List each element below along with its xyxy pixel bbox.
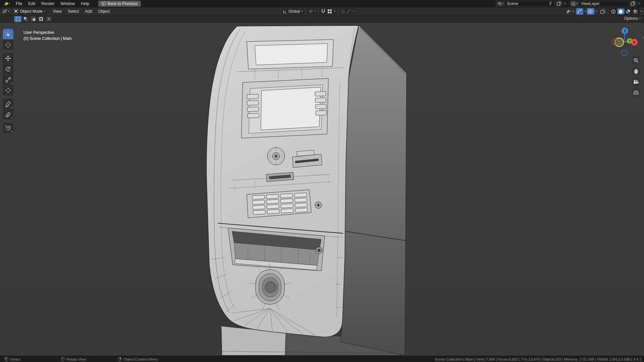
viewport-overlay-text: User Perspective (0) Scene Collection | … [23,29,72,42]
new-scene-button[interactable] [555,1,562,7]
menu-add[interactable]: Add [82,8,95,15]
menu-render[interactable]: Render [38,0,57,7]
xray-icon [600,9,605,14]
navigation-gizmo[interactable]: Z Y X [608,25,642,59]
remove-viewlayer-button[interactable]: ✕ [637,1,642,6]
viewport-canvas[interactable]: User Perspective (0) Scene Collection | … [0,23,644,356]
scene-browse-button[interactable]: ▾ [496,1,504,7]
mode-dropdown[interactable]: Object Mode ▾ [11,8,48,15]
viewlayer-name-field[interactable]: ViewLayer [579,1,629,7]
topbar: ▾ File Edit Render Window Help Back to P… [0,0,644,7]
proportional-edit-group: ▾ [339,8,356,15]
viewlayer-selector: ▾ ViewLayer ✕ [570,1,642,7]
view-perspective-label: User Perspective [23,29,72,36]
menu-window[interactable]: Window [57,0,78,7]
menu-view[interactable]: View [50,8,65,15]
scene-selector: ▾ Scene ✕ [496,1,568,7]
new-viewlayer-button[interactable] [630,1,637,7]
falloff-curve-icon[interactable] [346,9,351,14]
shading-wireframe-button[interactable] [610,8,617,14]
shading-dropdown-chevron[interactable]: ▾ [641,10,642,13]
mouse-left-icon [5,357,8,362]
tool-select-box[interactable] [3,29,13,39]
gizmos-toggle[interactable] [576,8,583,15]
tool-annotate[interactable] [3,99,13,109]
show-object-types-dropdown[interactable]: ▾ [565,8,575,15]
svg-text:Y: Y [629,39,631,43]
scene-icon [497,1,502,6]
editor-3d-viewport-icon [2,9,7,14]
camera-view-button[interactable] [631,77,641,86]
snap-target-icon[interactable] [327,9,332,14]
shading-rendered-button[interactable] [632,8,639,14]
overlays-dropdown-chevron[interactable]: ▾ [595,10,597,13]
select-mode-group [14,16,52,22]
tool-transform[interactable] [3,85,13,96]
pan-button[interactable] [631,66,641,76]
tool-settings-bar: Options ▾ [0,15,644,23]
unlink-scene-button[interactable]: ✕ [562,1,568,6]
orthographic-toggle-button[interactable] [631,88,641,97]
select-mode-invert[interactable] [37,16,45,22]
tool-move[interactable] [3,53,13,63]
transform-orientation-dropdown[interactable]: Global ▾ [280,8,305,15]
gizmo-axis-neg-z[interactable] [622,50,628,56]
viewlayer-icon [571,2,576,6]
falloff-dropdown-chevron[interactable]: ▾ [353,10,354,13]
menu-edit[interactable]: Edit [25,0,38,7]
hint-select: Select [5,356,20,362]
scene-name-field[interactable]: Scene [504,1,555,7]
tool-cursor[interactable] [3,40,13,50]
xray-toggle[interactable] [599,8,606,15]
tool-add-cube[interactable] [3,123,13,133]
menu-object[interactable]: Object [95,8,113,15]
select-mode-subtract[interactable] [30,16,37,22]
editor-type-button[interactable]: ▾ [2,7,9,15]
mouse-right-icon [118,357,121,362]
overlays-icon [588,9,593,14]
back-to-previous-button[interactable]: Back to Previous [98,1,141,7]
menu-select[interactable]: Select [65,8,82,15]
orientation-axes-icon [282,9,287,14]
tool-measure[interactable] [3,109,13,120]
svg-text:X: X [633,40,636,44]
blender-logo-icon[interactable]: ▾ [3,1,10,6]
duplicate-icon [557,1,561,6]
select-mode-set[interactable] [14,16,21,22]
active-collection-label: (0) Scene Collection | Main [23,36,72,42]
svg-text:Z: Z [624,29,626,33]
select-mode-intersect[interactable] [45,16,52,22]
overlays-toggle[interactable] [587,8,594,15]
hint-rotate-view: Rotate View [61,356,86,362]
atm-model[interactable] [0,23,644,356]
back-screen-icon [101,2,106,6]
pivot-icon [308,9,313,14]
proportional-editing-icon[interactable] [341,9,345,14]
hint-context-menu: Object Context Menu [118,356,158,362]
viewlayer-browse-button[interactable]: ▾ [570,1,579,7]
shading-material-button[interactable] [625,8,632,14]
pivot-point-dropdown[interactable]: ▾ [306,8,318,15]
duplicate-icon [631,1,635,6]
shading-solid-button[interactable] [617,8,625,14]
toolbar [3,29,13,136]
menu-help[interactable]: Help [78,0,92,7]
gizmo-axis-x[interactable]: X [631,39,638,46]
gizmo-icon [577,9,582,14]
zoom-button[interactable] [631,56,641,65]
visibility-eye-icon [566,9,572,14]
gizmo-axis-z[interactable]: Z [622,27,628,34]
pin-icon[interactable] [548,2,552,6]
snap-dropdown-chevron[interactable]: ▾ [334,10,335,13]
tool-scale[interactable] [3,74,13,85]
mouse-middle-icon [61,357,64,362]
tool-rotate[interactable] [3,64,13,74]
options-dropdown[interactable]: Options ▾ [624,16,641,21]
gizmo-axis-neg-x[interactable] [612,39,618,45]
gizmos-dropdown-chevron[interactable]: ▾ [584,10,586,13]
viewport-header: ▾ Object Mode ▾ View Select Add Object G… [0,7,644,15]
snap-magnet-icon[interactable] [321,9,325,14]
sidebar-toggle-arrow[interactable]: ‹ [642,35,644,40]
select-mode-extend[interactable] [22,16,29,22]
menu-file[interactable]: File [13,0,25,7]
